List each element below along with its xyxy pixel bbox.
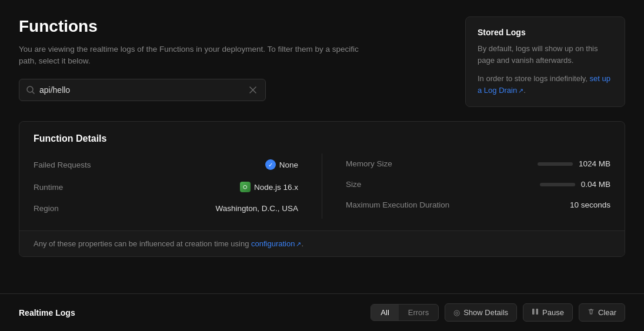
size-bar-track	[540, 183, 575, 186]
clear-icon	[588, 308, 595, 317]
max-duration-value: 10 seconds	[570, 200, 610, 209]
pause-label: Pause	[542, 308, 564, 317]
logs-controls: All Errors ◎ Show Details Pause	[371, 303, 625, 322]
function-details-title: Function Details	[34, 133, 610, 144]
failed-requests-label: Failed Requests	[34, 161, 91, 169]
detail-row-size: Size 0.04 MB	[346, 174, 610, 195]
region-label: Region	[34, 204, 59, 213]
search-clear-button[interactable]	[248, 85, 258, 95]
page-description: You are viewing the realtime logs of the…	[19, 44, 372, 68]
failed-requests-value: ✓ None	[265, 159, 298, 170]
details-left-col: Failed Requests ✓ None Runtime ⬡ Node.js…	[34, 153, 322, 219]
realtime-logs-title: Realtime Logs	[19, 308, 371, 317]
svg-rect-5	[536, 309, 539, 315]
function-details-header: Function Details	[19, 122, 625, 153]
memory-value: 1024 MB	[538, 159, 610, 168]
svg-line-1	[32, 92, 34, 93]
show-details-label: Show Details	[463, 308, 508, 317]
memory-label: Memory Size	[346, 159, 392, 168]
configuration-link[interactable]: configuration↗	[251, 239, 301, 248]
config-note: Any of these properties can be influence…	[19, 230, 625, 256]
search-input[interactable]	[39, 85, 248, 95]
runtime-label: Runtime	[34, 183, 63, 192]
show-details-icon: ◎	[453, 308, 460, 317]
filter-tab-errors[interactable]: Errors	[399, 305, 438, 320]
stored-logs-title: Stored Logs	[478, 28, 613, 37]
nodejs-icon: ⬡	[240, 182, 251, 192]
pause-button[interactable]: Pause	[523, 303, 573, 322]
show-details-button[interactable]: ◎ Show Details	[445, 303, 517, 322]
filter-tab-all[interactable]: All	[371, 305, 398, 320]
detail-row-runtime: Runtime ⬡ Node.js 16.x	[34, 176, 298, 198]
search-icon	[26, 86, 35, 94]
detail-row-memory: Memory Size 1024 MB	[346, 153, 610, 174]
stored-logs-paragraph1: By default, logs will show up on this pa…	[478, 43, 613, 66]
check-icon: ✓	[265, 159, 276, 170]
svg-rect-4	[532, 309, 535, 315]
stored-logs-card: Stored Logs By default, logs will show u…	[465, 16, 625, 107]
realtime-logs-bar: Realtime Logs All Errors ◎ Show Details …	[0, 293, 644, 331]
function-details-card: Function Details Failed Requests ✓ None …	[19, 121, 625, 257]
detail-row-failed-requests: Failed Requests ✓ None	[34, 153, 298, 176]
clear-button[interactable]: Clear	[579, 303, 625, 322]
details-right-col: Memory Size 1024 MB Size 0.04 MB	[322, 153, 610, 219]
memory-bar-track	[538, 162, 573, 166]
region-value: Washington, D.C., USA	[215, 204, 298, 213]
filter-tabs: All Errors	[371, 304, 439, 321]
detail-row-region: Region Washington, D.C., USA	[34, 198, 298, 219]
max-duration-label: Maximum Execution Duration	[346, 200, 449, 209]
size-label: Size	[346, 180, 361, 189]
runtime-value: ⬡ Node.js 16.x	[240, 182, 298, 192]
size-value: 0.04 MB	[540, 180, 610, 189]
pause-icon	[532, 308, 539, 317]
search-bar	[19, 79, 266, 101]
stored-logs-paragraph2: In order to store logs indefinitely, set…	[478, 73, 613, 96]
clear-label: Clear	[598, 308, 616, 317]
detail-row-max-duration: Maximum Execution Duration 10 seconds	[346, 195, 610, 215]
page-title: Functions	[19, 16, 442, 36]
